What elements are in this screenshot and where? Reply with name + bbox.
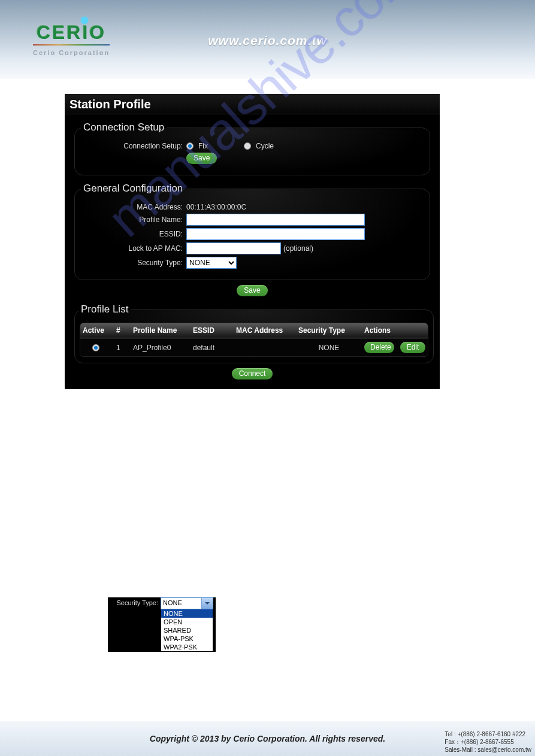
option-shared[interactable]: SHARED bbox=[161, 626, 213, 634]
row-edit-button[interactable]: Edit bbox=[400, 342, 425, 353]
lockmac-input[interactable] bbox=[186, 242, 281, 254]
col-active: Active bbox=[80, 323, 114, 338]
detail-sectype-options: NONE OPEN SHARED WPA-PSK WPA2-PSK bbox=[161, 609, 213, 652]
connection-save-button[interactable]: Save bbox=[186, 153, 217, 164]
connect-button[interactable]: Connect bbox=[232, 368, 273, 379]
detail-sectype-label: Security Type: bbox=[108, 597, 161, 606]
essid-label: ESSID: bbox=[81, 230, 186, 238]
connection-cycle-radio[interactable] bbox=[244, 142, 251, 150]
copyright-text: Copyright © 2013 by Cerio Corporation. A… bbox=[150, 734, 385, 743]
row-essid: default bbox=[191, 341, 234, 355]
row-active-radio[interactable] bbox=[92, 344, 99, 351]
col-sectype: Security Type bbox=[296, 323, 362, 338]
page-header: CERIO Cerio Corporation www.cerio.com.tw bbox=[0, 0, 535, 79]
general-save-button[interactable]: Save bbox=[237, 285, 267, 296]
station-profile-panel: Station Profile Connection Setup Connect… bbox=[65, 94, 440, 389]
col-essid: ESSID bbox=[191, 323, 234, 338]
connection-setup-legend: Connection Setup bbox=[81, 122, 167, 133]
panel-title: Station Profile bbox=[65, 94, 440, 114]
general-config-box: General Configuration MAC Address: 00:11… bbox=[74, 183, 430, 280]
detail-sectype-selected: NONE bbox=[161, 598, 201, 609]
mac-value: 00:11:A3:00:00:0C bbox=[186, 203, 246, 211]
connection-cycle-label: Cycle bbox=[256, 142, 274, 150]
contact-fax: Fax：+(886) 2-8667-6555 bbox=[445, 738, 531, 746]
profile-name-label: Profile Name: bbox=[81, 215, 186, 224]
option-none[interactable]: NONE bbox=[161, 609, 213, 618]
col-profile: Profile Name bbox=[131, 323, 191, 338]
mac-label: MAC Address: bbox=[81, 203, 186, 211]
sectype-label: Security Type: bbox=[81, 259, 186, 267]
profile-name-input[interactable] bbox=[186, 214, 365, 226]
connection-setup-box: Connection Setup Connection Setup: Fix C… bbox=[74, 122, 430, 175]
brand-subtext: Cerio Corporation bbox=[33, 49, 110, 56]
row-num: 1 bbox=[114, 341, 131, 355]
page-footer: Copyright © 2013 by Cerio Corporation. A… bbox=[0, 721, 535, 756]
lockmac-hint: (optional) bbox=[283, 244, 313, 253]
col-num: # bbox=[114, 323, 131, 338]
essid-input[interactable] bbox=[186, 228, 365, 240]
connection-fix-label: Fix bbox=[198, 142, 208, 150]
option-wpa2-psk[interactable]: WPA2-PSK bbox=[161, 643, 213, 651]
connection-setup-label: Connection Setup: bbox=[81, 142, 186, 150]
contact-tel: Tel : +(886) 2-8667-6160 #222 bbox=[445, 730, 531, 738]
col-actions: Actions bbox=[362, 323, 428, 338]
row-profile: AP_Profile0 bbox=[131, 341, 191, 355]
profile-table-head: Active # Profile Name ESSID MAC Address … bbox=[80, 323, 428, 338]
profile-list-legend: Profile List bbox=[78, 303, 131, 315]
contact-mail: Sales-Mail : sales@cerio.com.tw bbox=[445, 746, 531, 754]
profile-list-box: Profile List Active # Profile Name ESSID… bbox=[74, 303, 434, 363]
detail-sectype-combobox[interactable]: NONE bbox=[161, 597, 213, 609]
sectype-select[interactable]: NONE bbox=[186, 257, 237, 269]
general-config-legend: General Configuration bbox=[81, 183, 185, 195]
site-url: www.cerio.com.tw bbox=[0, 34, 535, 48]
lockmac-label: Lock to AP MAC: bbox=[81, 244, 186, 253]
row-sectype: NONE bbox=[296, 341, 362, 355]
profile-table: Active # Profile Name ESSID MAC Address … bbox=[80, 323, 428, 357]
option-wpa-psk[interactable]: WPA-PSK bbox=[161, 634, 213, 643]
option-open[interactable]: OPEN bbox=[161, 618, 213, 626]
chevron-down-icon bbox=[201, 598, 213, 609]
row-delete-button[interactable]: Delete bbox=[364, 342, 394, 353]
col-mac: MAC Address bbox=[234, 323, 296, 338]
table-row: 1 AP_Profile0 default NONE Delete Edit bbox=[80, 338, 428, 356]
contact-block: Tel : +(886) 2-8667-6160 #222 Fax：+(886)… bbox=[445, 730, 531, 754]
sectype-dropdown-detail: Security Type: NONE NONE OPEN SHARED WPA… bbox=[108, 597, 216, 652]
connection-fix-radio[interactable] bbox=[186, 142, 194, 150]
row-mac bbox=[234, 345, 296, 351]
